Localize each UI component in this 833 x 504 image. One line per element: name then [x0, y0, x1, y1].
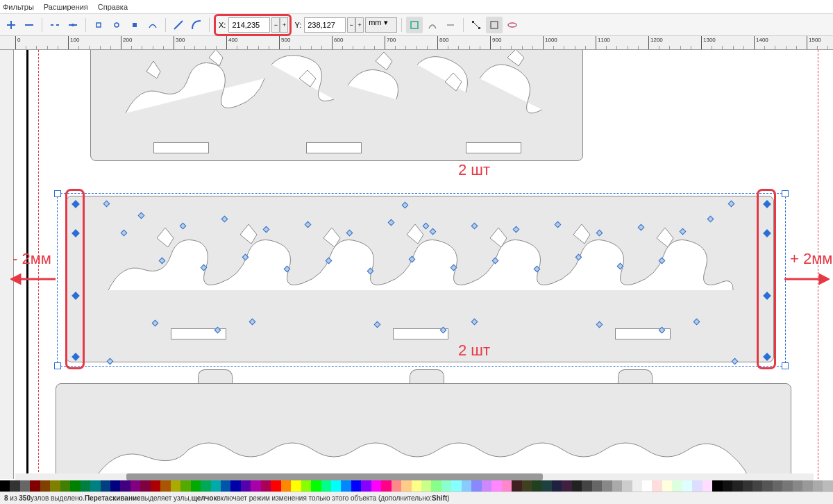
color-swatch[interactable] — [341, 480, 351, 492]
color-swatch[interactable] — [191, 480, 201, 492]
node-smooth-icon[interactable] — [108, 17, 125, 33]
color-swatch[interactable] — [251, 480, 260, 492]
color-swatch[interactable] — [281, 480, 291, 492]
object-to-path-icon[interactable] — [406, 17, 423, 33]
node-delete-icon[interactable] — [21, 17, 37, 33]
color-swatch[interactable] — [782, 480, 792, 492]
color-swatch[interactable] — [692, 480, 702, 492]
color-swatch[interactable] — [471, 480, 481, 492]
horizontal-scrollbar[interactable] — [15, 473, 814, 480]
color-swatch[interactable] — [271, 480, 280, 492]
color-swatch[interactable] — [441, 480, 451, 492]
color-swatch[interactable] — [712, 480, 722, 492]
color-swatch[interactable] — [532, 480, 541, 492]
color-swatch[interactable] — [30, 480, 40, 492]
color-swatch[interactable] — [81, 480, 90, 492]
show-handles-icon[interactable] — [468, 17, 485, 33]
color-swatch[interactable] — [572, 480, 582, 492]
color-swatch[interactable] — [431, 480, 441, 492]
color-swatch[interactable] — [642, 480, 652, 492]
selection-handle[interactable] — [54, 190, 61, 197]
color-swatch[interactable] — [241, 480, 251, 492]
color-swatch[interactable] — [732, 480, 742, 492]
color-swatch[interactable] — [60, 480, 70, 492]
y-input[interactable] — [304, 17, 346, 33]
node-join-icon[interactable] — [65, 17, 81, 33]
color-swatch[interactable] — [743, 480, 752, 492]
color-swatch[interactable] — [261, 480, 271, 492]
color-swatch[interactable] — [221, 480, 230, 492]
selection-handle[interactable] — [54, 362, 61, 369]
node-symmetric-icon[interactable] — [126, 17, 143, 33]
color-swatch[interactable] — [541, 480, 551, 492]
color-swatch[interactable] — [301, 480, 311, 492]
ruler-vertical[interactable] — [0, 50, 14, 479]
ruler-horizontal[interactable]: 0100200300400500600700800900100011001200… — [0, 36, 833, 50]
color-swatch[interactable] — [40, 480, 50, 492]
color-swatch[interactable] — [70, 480, 80, 492]
color-swatch[interactable] — [632, 480, 642, 492]
color-swatch[interactable] — [592, 480, 602, 492]
color-swatch[interactable] — [652, 480, 662, 492]
color-swatch[interactable] — [512, 480, 521, 492]
color-swatch[interactable] — [180, 480, 190, 492]
color-swatch[interactable] — [723, 480, 732, 492]
color-swatch[interactable] — [582, 480, 591, 492]
color-swatch[interactable] — [813, 480, 823, 492]
show-outline-icon[interactable] — [486, 17, 503, 33]
color-swatch[interactable] — [462, 480, 471, 492]
canvas[interactable]: 2 шт 2 шт — [14, 50, 833, 479]
color-swatch[interactable] — [10, 480, 19, 492]
scrollbar-thumb[interactable] — [126, 473, 543, 480]
segment-curve-icon[interactable] — [188, 17, 205, 33]
design-panel-bottom[interactable] — [56, 383, 791, 479]
color-swatch[interactable] — [230, 480, 240, 492]
color-swatch[interactable] — [602, 480, 612, 492]
design-panel-top[interactable] — [90, 50, 583, 161]
color-swatch[interactable] — [50, 480, 60, 492]
menu-filters[interactable]: Фильтры — [3, 3, 34, 11]
node-insert-icon[interactable] — [3, 17, 19, 33]
stroke-to-path-icon[interactable] — [424, 17, 441, 33]
color-swatch[interactable] — [321, 480, 331, 492]
color-swatch[interactable] — [482, 480, 491, 492]
color-swatch[interactable] — [793, 480, 802, 492]
color-swatch[interactable] — [773, 480, 782, 492]
color-swatch[interactable] — [522, 480, 532, 492]
color-swatch[interactable] — [762, 480, 772, 492]
color-swatch[interactable] — [371, 480, 381, 492]
color-swatch[interactable] — [90, 480, 100, 492]
color-swatch[interactable] — [612, 480, 622, 492]
y-increment[interactable]: + — [355, 17, 364, 33]
color-swatch[interactable] — [140, 480, 150, 492]
color-swatch[interactable] — [291, 480, 301, 492]
color-swatch[interactable] — [672, 480, 682, 492]
x-increment[interactable]: + — [280, 17, 288, 33]
color-swatch[interactable] — [823, 480, 832, 492]
color-swatch[interactable] — [20, 480, 30, 492]
color-swatch[interactable] — [151, 480, 160, 492]
color-swatch[interactable] — [311, 480, 321, 492]
color-swatch[interactable] — [451, 480, 461, 492]
color-swatch[interactable] — [351, 480, 361, 492]
color-swatch[interactable] — [562, 480, 571, 492]
color-swatch[interactable] — [392, 480, 401, 492]
selection-handle[interactable] — [782, 362, 789, 369]
color-swatch[interactable] — [171, 480, 180, 492]
menu-extensions[interactable]: Расширения — [44, 3, 88, 11]
color-swatch[interactable] — [412, 480, 421, 492]
color-swatch[interactable] — [552, 480, 562, 492]
y-decrement[interactable]: − — [347, 17, 355, 33]
color-swatch[interactable] — [752, 480, 762, 492]
color-swatch[interactable] — [211, 480, 221, 492]
color-swatch[interactable] — [131, 480, 140, 492]
color-swatch[interactable] — [201, 480, 210, 492]
color-swatch[interactable] — [401, 480, 411, 492]
color-swatch[interactable] — [702, 480, 712, 492]
color-swatch[interactable] — [361, 480, 371, 492]
node-auto-icon[interactable] — [144, 17, 161, 33]
color-swatch[interactable] — [802, 480, 812, 492]
color-swatch[interactable] — [421, 480, 431, 492]
menu-help[interactable]: Справка — [98, 3, 128, 11]
color-swatch[interactable] — [662, 480, 672, 492]
